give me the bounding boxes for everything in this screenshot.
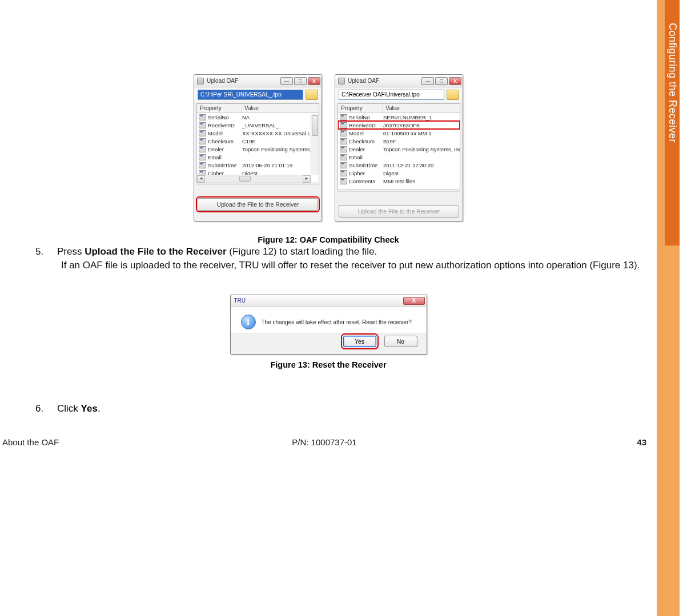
property-name: SerialNo [349,114,383,120]
property-value: 2012-06-20 21:01:19 [242,162,319,168]
property-row[interactable]: ReceiverID_UNIVERSAL_ [197,121,319,129]
upload-file-button[interactable]: Upload the File to the Receiver [198,198,318,211]
footer-right: 43 [432,437,657,447]
property-icon [340,114,347,120]
property-icon [199,130,206,136]
side-tab: Configuring the Receiver [665,0,680,245]
property-icon [199,162,206,168]
info-icon: i [241,315,256,329]
property-icon [199,138,206,144]
side-tab-label: Configuring the Receiver [666,0,678,143]
footer-left: About the OAF [0,437,217,447]
property-name: Dealer [208,146,242,152]
maximize-button[interactable]: □ [435,77,448,85]
property-icon [199,154,206,160]
property-row[interactable]: ReceiverIDJ037GY63OFK [338,121,460,129]
maximize-button[interactable]: □ [294,77,307,85]
window-title: Upload OAF [348,78,420,84]
property-value: MMI test files [383,178,460,184]
property-value: SERIALNUMBER_1 [383,114,460,120]
upload-oaf-window-left: Upload OAF — □ X C:\HiPer SR\_UNIVERSAL_… [194,74,322,222]
window-title: Upload OAF [207,78,279,84]
column-header-value[interactable]: Value [383,104,460,112]
tru-reset-dialog: TRU X i The changes will take effect aft… [230,295,427,355]
property-name: Email [208,154,242,160]
property-name: Checksum [208,138,242,144]
upload-oaf-window-right: Upload OAF — □ X C:\Receiver OAF\Univers… [335,74,463,222]
minimize-button[interactable]: — [421,77,434,85]
property-icon [340,178,347,184]
property-value: B19F [383,138,460,144]
app-icon [197,78,204,84]
property-value: 2011-12-21 17:30:20 [383,162,460,168]
property-name: ReceiverID [208,122,242,128]
close-button[interactable]: X [308,77,320,85]
dialog-message: The changes will take effect after reset… [262,319,412,325]
property-icon [340,130,347,136]
footer-center: P/N: 1000737-01 [217,437,432,447]
property-name: SubmitTime [208,162,242,168]
property-row[interactable]: SubmitTime2011-12-21 17:30:20 [338,161,460,169]
step-number: 5. [35,245,57,258]
property-list: Property Value SerialNoSERIALNUMBER_1Rec… [338,103,460,190]
step-6-text: 6.Click Yes. [35,403,101,414]
property-name: Email [349,154,383,160]
column-header-property[interactable]: Property [197,104,242,112]
property-row[interactable]: CommentsMMI test files [338,177,460,185]
property-icon [340,122,347,128]
property-list: Property Value SerialNoNAReceiverID_UNIV… [196,103,319,183]
yes-button[interactable]: Yes [343,336,376,347]
step-5-text: 5.Press Upload the File to the Receiver … [35,245,649,276]
property-row[interactable]: SubmitTime2012-06-20 21:01:19 [197,161,319,169]
property-value: XX-XXXXXX-XX Universal Legacy [242,130,319,136]
browse-folder-icon[interactable] [306,90,318,100]
minimize-button[interactable]: — [280,77,293,85]
property-row[interactable]: SerialNoNA [197,113,319,121]
property-row[interactable]: Email [197,153,319,161]
column-header-property[interactable]: Property [338,104,383,112]
property-row[interactable]: SerialNoSERIALNUMBER_1 [338,113,460,121]
figure-12-caption: Figure 12: OAF Compatibility Check [0,235,657,244]
file-path-input[interactable]: C:\Receiver OAF\Universal.tpo [339,90,444,100]
property-value: J037GY63OFK [383,122,460,128]
property-row[interactable]: CipherDigest [338,169,460,177]
file-path-input[interactable]: C:\HiPer SR\_UNIVERSAL_.tpo [198,90,303,100]
property-icon [340,170,347,176]
browse-folder-icon[interactable] [447,90,459,100]
property-value: 01-100500-xx MM 1 [383,130,460,136]
no-button[interactable]: No [384,336,417,347]
figure-12-container: Upload OAF — □ X C:\HiPer SR\_UNIVERSAL_… [0,74,657,222]
property-row[interactable]: ModelXX-XXXXXX-XX Universal Legacy [197,129,319,137]
property-row[interactable]: DealerTopcon Positioning Systems, Inc. [197,145,319,153]
property-row[interactable]: Email [338,153,460,161]
dialog-title: TRU [234,297,246,304]
property-icon [199,146,206,152]
property-value: NA [242,114,319,120]
property-icon [340,138,347,144]
column-header-value[interactable]: Value [242,104,319,112]
property-name: ReceiverID [349,122,383,128]
property-icon [199,122,206,128]
property-row[interactable]: Model01-100500-xx MM 1 [338,129,460,137]
property-icon [340,146,347,152]
titlebar: Upload OAF — □ X [335,75,463,87]
property-icon [340,154,347,160]
property-row[interactable]: DealerTopcon Positioning Systems, Inc. [338,145,460,153]
property-value: C19E [242,138,319,144]
property-name: SubmitTime [349,162,383,168]
step-5-continuation: If an OAF file is uploaded to the receiv… [61,259,649,272]
property-row[interactable]: ChecksumC19E [197,137,319,145]
property-icon [199,114,206,120]
property-icon [340,162,347,168]
page-footer: About the OAF P/N: 1000737-01 43 [0,437,657,447]
dialog-close-button[interactable]: X [403,297,425,305]
figure-13-caption: Figure 13: Reset the Receiver [0,360,657,369]
vertical-scrollbar[interactable] [311,114,319,175]
property-row[interactable]: ChecksumB19F [338,137,460,145]
horizontal-scrollbar[interactable]: ◄► [197,175,311,183]
close-button[interactable]: X [449,77,461,85]
property-value: Topcon Positioning Systems, Inc. [242,146,319,152]
property-name: Model [349,130,383,136]
property-name: SerialNo [208,114,242,120]
upload-file-button[interactable]: Upload the File to the Receiver [339,205,459,218]
